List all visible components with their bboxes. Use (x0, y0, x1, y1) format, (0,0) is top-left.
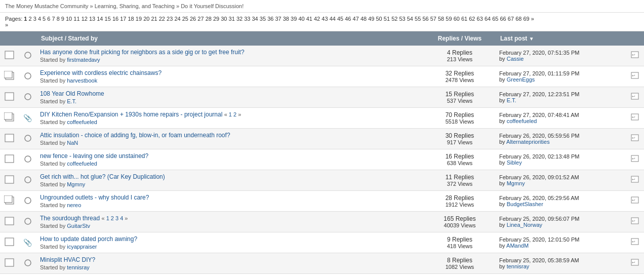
page-link[interactable]: 22 (159, 16, 165, 22)
page-link[interactable]: 35 (260, 16, 266, 22)
thread-title-link[interactable]: How to update dated porch awning? (40, 235, 137, 243)
author-link[interactable]: Mgmny (67, 181, 85, 187)
page-link[interactable]: 61 (461, 16, 467, 22)
breadcrumb-learning[interactable]: Learning, Sharing, and Teaching (95, 3, 175, 9)
thread-page-link[interactable]: 4 (120, 215, 123, 221)
page-link[interactable]: 68 (515, 16, 521, 22)
lastpost-author-link[interactable]: Mgmny (507, 180, 525, 186)
thread-title-link[interactable]: Experience with cordless electric chains… (40, 69, 162, 76)
page-link[interactable]: 46 (345, 16, 351, 22)
page-link[interactable]: 17 (120, 16, 126, 22)
thread-title-link[interactable]: The sourdough thread (40, 215, 100, 222)
lastpost-author-link[interactable]: tennisray (507, 263, 530, 269)
goto-lastpost-icon[interactable]: ↩ (631, 176, 640, 184)
page-link[interactable]: 62 (469, 16, 475, 22)
page-link[interactable]: 57 (430, 16, 436, 22)
page-link[interactable]: 64 (485, 16, 491, 22)
page-link[interactable]: 3 (33, 16, 36, 22)
page-link[interactable]: 21 (151, 16, 157, 22)
page-link[interactable]: 18 (128, 16, 134, 22)
goto-lastpost-icon[interactable]: ↩ (631, 155, 640, 163)
pagination-next-row[interactable]: » (5, 22, 8, 28)
lastpost-author-link[interactable]: GreenEggs (507, 76, 535, 83)
thread-title-link[interactable]: Get rich with... hot glue? (Car Key Dupl… (40, 173, 165, 180)
page-link[interactable]: 37 (275, 16, 281, 22)
sort-icon[interactable]: ▼ (529, 36, 534, 42)
goto-lastpost-icon[interactable]: ↩ (631, 217, 640, 225)
page-link[interactable]: 39 (291, 16, 297, 22)
thread-title-link[interactable]: Minisplit HVAC DIY? (40, 256, 95, 263)
thread-page-link[interactable]: 2 (233, 111, 236, 117)
author-link[interactable]: firstmatedavy (67, 57, 100, 63)
page-link[interactable]: 59 (446, 16, 452, 22)
page-link[interactable]: 11 (73, 16, 79, 22)
page-link[interactable]: 5 (43, 16, 46, 22)
page-link[interactable]: 47 (353, 16, 359, 22)
thread-title-link[interactable]: new fence - leaving one side unstained? (40, 152, 148, 160)
page-link[interactable]: 36 (267, 16, 273, 22)
page-link[interactable]: 19 (136, 16, 142, 22)
goto-lastpost-icon[interactable]: ↩ (631, 93, 640, 101)
goto-lastpost-icon[interactable]: ↩ (631, 259, 640, 267)
page-link[interactable]: 28 (206, 16, 212, 22)
page-link[interactable]: 41 (306, 16, 312, 22)
page-link[interactable]: 65 (492, 16, 498, 22)
page-link[interactable]: 55 (415, 16, 421, 22)
page-link[interactable]: 4 (38, 16, 41, 22)
lastpost-author-link[interactable]: E.T. (507, 97, 516, 103)
page-link[interactable]: 33 (244, 16, 250, 22)
author-link[interactable]: tennisray (67, 264, 90, 270)
page-link[interactable]: 40 (298, 16, 304, 22)
page-link[interactable]: 42 (314, 16, 320, 22)
page-link[interactable]: 49 (368, 16, 374, 22)
page-link[interactable]: 13 (89, 16, 95, 22)
goto-lastpost-icon[interactable]: ↩ (631, 72, 640, 80)
page-link[interactable]: 45 (337, 16, 343, 22)
author-link[interactable]: NaN (67, 140, 78, 146)
goto-lastpost-icon[interactable]: ↩ (631, 113, 640, 122)
page-link[interactable]: 12 (82, 16, 88, 22)
lastpost-author-link[interactable]: Alternatepriorities (506, 139, 550, 145)
thread-title-link[interactable]: Attic insulation - choice of adding fg, … (40, 132, 230, 139)
page-link[interactable]: 32 (236, 16, 243, 22)
page-link[interactable]: 10 (66, 16, 72, 22)
page-link[interactable]: 56 (422, 16, 428, 22)
page-link[interactable]: 2 (29, 16, 32, 22)
page-link[interactable]: 24 (174, 16, 180, 22)
author-link[interactable]: coffeefueled (67, 161, 97, 167)
page-link[interactable]: 53 (399, 16, 405, 22)
thread-title-link[interactable]: Has anyone done fruit picking for neighb… (40, 49, 245, 56)
thread-page-link[interactable]: 1 (229, 111, 232, 117)
author-link[interactable]: nereo (67, 202, 81, 208)
page-link[interactable]: 15 (105, 16, 111, 22)
goto-lastpost-icon[interactable]: ↩ (631, 238, 640, 246)
page-link[interactable]: 63 (477, 16, 483, 22)
page-link[interactable]: 43 (321, 16, 328, 22)
goto-lastpost-icon[interactable]: ↩ (631, 51, 640, 59)
page-link[interactable]: 23 (167, 16, 173, 22)
page-link[interactable]: 69 (523, 16, 529, 22)
lastpost-author-link[interactable]: Linea_Norway (507, 222, 542, 228)
breadcrumb-diy[interactable]: Do it Yourself Discussion! (181, 3, 244, 9)
lastpost-author-link[interactable]: BudgetSlasher (507, 201, 543, 207)
lastpost-author-link[interactable]: AMandM (506, 243, 529, 249)
author-link[interactable]: GuitarStv (67, 223, 90, 229)
author-link[interactable]: coffeefueled (67, 119, 97, 125)
next-page[interactable]: » (531, 16, 534, 22)
page-link[interactable]: 31 (229, 16, 235, 22)
lastpost-author-link[interactable]: Sibley (507, 160, 522, 166)
page-link[interactable]: 25 (182, 16, 188, 22)
lastpost-author-link[interactable]: coffeefueled (507, 118, 537, 124)
author-link[interactable]: harvestbook (67, 77, 97, 84)
thread-page-link[interactable]: 3 (115, 215, 118, 221)
page-link[interactable]: 7 (52, 16, 55, 22)
page-link[interactable]: 67 (508, 16, 514, 22)
thread-title-link[interactable]: Ungrounded outlets - why should I care? (40, 194, 149, 201)
page-link[interactable]: 34 (252, 16, 258, 22)
page-link[interactable]: 20 (143, 16, 149, 22)
page-link[interactable]: 60 (454, 16, 460, 22)
page-link[interactable]: 48 (360, 16, 367, 22)
page-link[interactable]: 14 (97, 16, 103, 22)
page-link[interactable]: 51 (384, 16, 390, 22)
page-link[interactable]: 16 (112, 16, 118, 22)
